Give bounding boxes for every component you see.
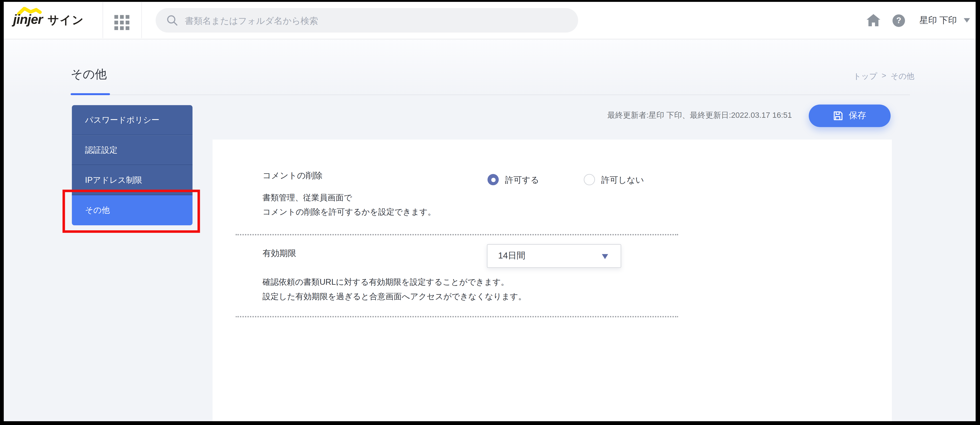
search-input[interactable] (184, 15, 549, 26)
save-button-label: 保存 (849, 110, 866, 121)
description-line: 設定した有効期限を過ぎると合意画面へアクセスができなくなります。 (262, 289, 527, 304)
question-mark-icon: ? (896, 16, 901, 25)
app-grid-icon[interactable] (114, 15, 129, 30)
settings-card: コメントの削除 許可する 許可しない 書類管理、従業員画面で コメントの削除を許… (213, 140, 892, 421)
app-window: jinjer サイン (4, 2, 975, 421)
expiry-select-value: 14日間 (498, 250, 526, 262)
sidebar-item-auth-settings[interactable]: 認証設定 (72, 135, 192, 165)
radio-allow-label[interactable]: 許可する (505, 174, 539, 185)
save-button[interactable]: 保存 (809, 104, 891, 127)
sidebar-item-label: その他 (85, 205, 110, 216)
expiry-description: 確認依頼の書類URLに対する有効期限を設定することができます。 設定した有効期限… (262, 275, 527, 304)
logo-product-text: サイン (48, 13, 84, 27)
comment-delete-label: コメントの削除 (262, 170, 323, 181)
breadcrumb-top-link[interactable]: トップ (853, 71, 877, 82)
radio-disallow-label[interactable]: 許可しない (601, 174, 644, 185)
title-underline-rule (71, 94, 910, 95)
home-icon (866, 14, 880, 27)
help-button[interactable]: ? (892, 14, 905, 27)
sidebar-item-label: 認証設定 (85, 144, 118, 156)
sidebar-item-ip-restriction[interactable]: IPアドレス制限 (72, 165, 192, 195)
header-divider (102, 2, 103, 38)
expiry-select[interactable]: 14日間 (487, 244, 621, 268)
settings-sidebar: パスワードポリシー 認証設定 IPアドレス制限 その他 (72, 105, 192, 225)
header-divider (141, 2, 142, 38)
user-menu[interactable]: 星印 下印 (920, 15, 970, 26)
sidebar-item-others[interactable]: その他 (72, 195, 192, 225)
logo-brand-text: jinjer (13, 12, 43, 27)
breadcrumb-separator: > (881, 71, 886, 82)
home-button[interactable] (866, 13, 881, 28)
page-title: その他 (71, 66, 107, 83)
title-accent-bar (71, 93, 110, 95)
save-icon (833, 111, 843, 121)
sidebar-item-password-policy[interactable]: パスワードポリシー (72, 105, 192, 135)
select-caret-icon (602, 254, 608, 259)
screenshot-frame: jinjer サイン (0, 0, 980, 425)
header-actions: ? 星印 下印 (866, 2, 970, 39)
search-icon (166, 14, 178, 26)
breadcrumb: トップ > その他 (853, 71, 915, 82)
comment-delete-description: 書類管理、従業員画面で コメントの削除を許可するかを設定できます。 (262, 191, 436, 219)
breadcrumb-current: その他 (891, 71, 915, 82)
description-line: 書類管理、従業員画面で (262, 191, 436, 205)
page-body: その他 トップ > その他 最終更新者:星印 下印、最終更新日:2022.03.… (4, 39, 975, 421)
last-updated-status: 最終更新者:星印 下印、最終更新日:2022.03.17 16:51 (608, 110, 792, 121)
expiry-label: 有効期限 (262, 248, 296, 259)
description-line: コメントの削除を許可するかを設定できます。 (262, 205, 436, 219)
radio-allow[interactable] (488, 174, 499, 185)
sidebar-item-label: IPアドレス制限 (85, 174, 142, 186)
global-search-bar (156, 8, 578, 33)
top-header: jinjer サイン (4, 2, 975, 39)
sidebar-item-label: パスワードポリシー (85, 114, 159, 126)
user-name: 星印 下印 (920, 15, 957, 26)
chevron-down-icon (964, 18, 970, 23)
dotted-divider (235, 234, 678, 235)
dotted-divider (235, 316, 678, 318)
description-line: 確認依頼の書類URLに対する有効期限を設定することができます。 (262, 275, 527, 289)
radio-disallow[interactable] (584, 174, 595, 185)
